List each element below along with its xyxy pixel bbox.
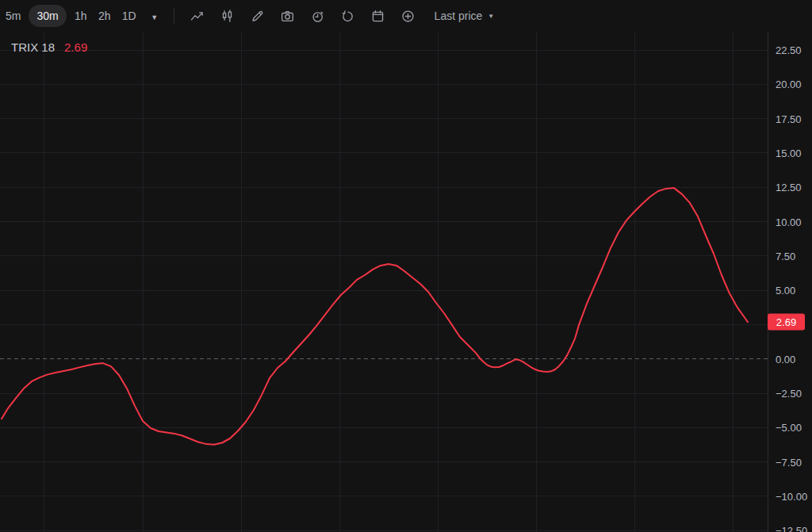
pencil-draw-icon	[250, 9, 265, 24]
timeframe-menu-button[interactable]: ▼	[144, 5, 166, 27]
price-source-label: Last price	[435, 10, 483, 22]
timeframe-2h[interactable]: 2h	[95, 5, 114, 27]
timeframe-1D[interactable]: 1D	[119, 5, 140, 27]
price-axis-tick: 22.50	[776, 44, 802, 56]
add-circle-icon	[400, 9, 416, 24]
calendar-button[interactable]	[363, 1, 393, 31]
price-axis-tick: 17.50	[776, 113, 802, 124]
timeframe-group: 5m 30m 1h 2h 1D ▼	[0, 5, 167, 27]
price-axis-tick: 20.00	[776, 78, 802, 90]
caret-down-icon: ▼	[151, 13, 158, 21]
replay-icon	[340, 9, 355, 24]
price-axis-tick: 15.00	[776, 147, 802, 159]
replay-button[interactable]	[333, 1, 363, 31]
price-axis[interactable]: 22.5020.0017.5015.0012.5010.007.505.000.…	[768, 32, 812, 532]
price-source-button[interactable]: Last price ▼	[435, 5, 495, 27]
draw-button[interactable]	[243, 1, 273, 31]
add-indicator-button[interactable]	[393, 1, 423, 31]
chart-window: 5m 30m 1h 2h 1D ▼	[0, 0, 812, 532]
candlestick-icon	[220, 9, 235, 24]
price-axis-tick: 10.00	[776, 216, 802, 228]
chart-style-button[interactable]	[182, 1, 213, 31]
price-axis-tick: −7.50	[776, 456, 802, 468]
timeframe-30m[interactable]: 30m	[29, 5, 66, 27]
candlestick-button[interactable]	[213, 1, 243, 31]
price-axis-tick: −5.00	[776, 422, 802, 434]
price-axis-tick: 0.00	[776, 353, 795, 365]
camera-snapshot-icon	[280, 9, 295, 24]
line-chart-icon	[190, 9, 205, 24]
alert-button[interactable]	[303, 1, 333, 31]
price-axis-tick: −2.50	[776, 388, 802, 400]
toolbar-divider	[174, 8, 174, 24]
price-axis-tick: −12.50	[776, 525, 807, 532]
chart-plot-area[interactable]: TRIX 18 2.69	[0, 32, 768, 532]
calendar-icon	[370, 9, 385, 24]
snapshot-button[interactable]	[273, 1, 303, 31]
alarm-clock-icon	[310, 9, 325, 24]
price-axis-tick: −10.00	[776, 490, 807, 502]
price-axis-tick: 5.00	[776, 285, 795, 297]
caret-down-icon: ▼	[488, 13, 494, 20]
chart-plot-svg	[0, 32, 768, 532]
toolbar-icon-group	[182, 1, 423, 31]
timeframe-5m[interactable]: 5m	[2, 5, 24, 27]
last-price-badge: 2.69	[768, 314, 805, 331]
timeframe-1h[interactable]: 1h	[71, 5, 90, 27]
chart-toolbar: 5m 30m 1h 2h 1D ▼	[0, 0, 812, 32]
price-axis-tick: 12.50	[776, 182, 802, 193]
price-axis-tick: 7.50	[776, 250, 795, 262]
